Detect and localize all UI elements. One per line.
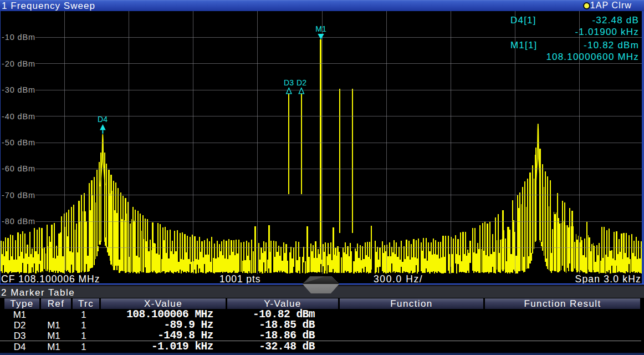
svg-text:D2: D2 xyxy=(297,78,306,87)
svg-text:-20 dBm: -20 dBm xyxy=(2,59,35,68)
svg-text:-10.82 dBm: -10.82 dBm xyxy=(584,40,639,50)
svg-text:-60 dBm: -60 dBm xyxy=(2,164,35,173)
svg-text:-32.48 dB: -32.48 dB xyxy=(592,15,639,26)
svg-text:D4[1]: D4[1] xyxy=(510,15,536,26)
svg-text:-50 dBm: -50 dBm xyxy=(2,138,35,147)
svg-text:108.10000600 MHz: 108.10000600 MHz xyxy=(546,52,639,62)
svg-text:-40 dBm: -40 dBm xyxy=(2,112,35,121)
svg-text:-80 dBm: -80 dBm xyxy=(2,217,35,226)
svg-text:-1.01900 kHz: -1.01900 kHz xyxy=(575,27,639,37)
svg-text:D3: D3 xyxy=(284,78,294,87)
svg-text:D4: D4 xyxy=(98,115,108,124)
svg-text:-70 dBm: -70 dBm xyxy=(2,191,35,200)
svg-text:M1[1]: M1[1] xyxy=(510,40,538,50)
svg-text:M1: M1 xyxy=(315,24,326,33)
svg-text:-10 dBm: -10 dBm xyxy=(2,33,35,42)
svg-text:-30 dBm: -30 dBm xyxy=(2,85,35,94)
